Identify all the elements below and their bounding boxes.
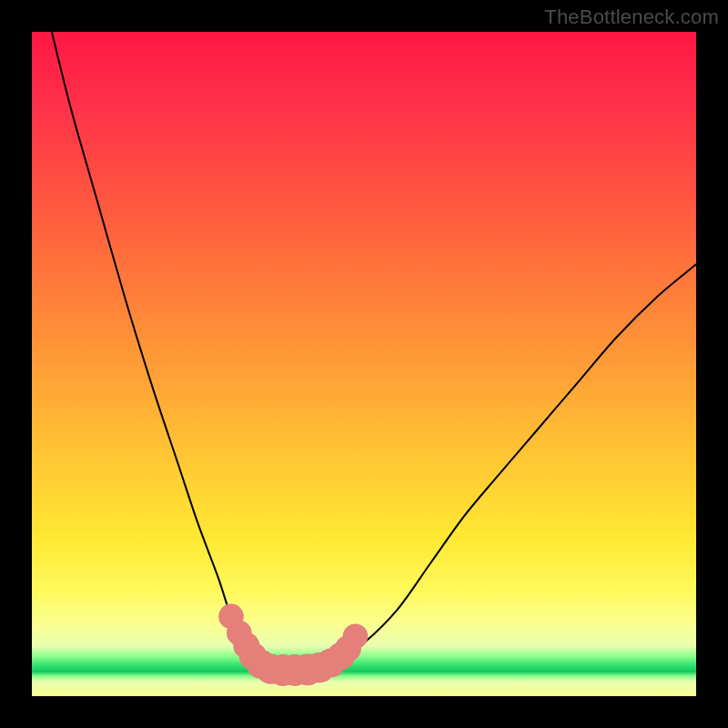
chart-marker <box>343 624 369 650</box>
chart-frame: TheBottleneck.com <box>0 0 728 728</box>
watermark-text: TheBottleneck.com <box>544 5 719 29</box>
bottleneck-curve <box>52 32 696 670</box>
chart-svg <box>32 32 696 696</box>
chart-markers <box>218 604 368 686</box>
chart-plot-area <box>32 32 696 696</box>
